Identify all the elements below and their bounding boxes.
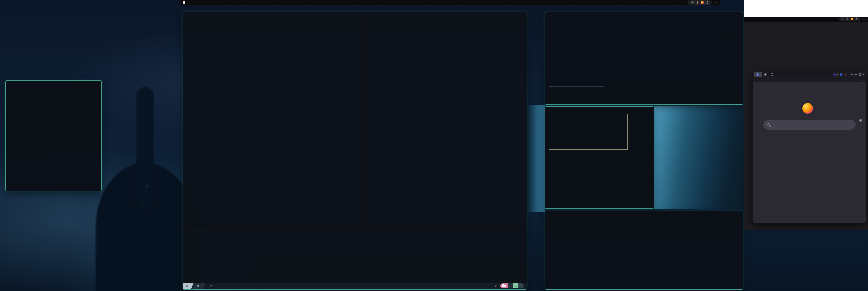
orange-ext-icon[interactable]: ◗ [837, 73, 839, 76]
minimize-button[interactable]: — [855, 73, 857, 76]
git-branch-icon: ⎇ [209, 284, 212, 288]
bar-clock [862, 19, 867, 20]
maximize-button[interactable]: □ [859, 73, 861, 76]
cava-visualizer [549, 16, 740, 85]
menu-icon[interactable]: ≡ [850, 73, 853, 76]
editor-pane-pkgs-default-nix[interactable] [183, 226, 527, 283]
wallpaper-star [147, 186, 147, 187]
close-button[interactable]: ✕ [862, 73, 865, 76]
second-monitor-margin [744, 0, 868, 17]
wallpaper-waterfall-strip [527, 105, 545, 212]
wallpaper-tree [136, 87, 154, 209]
music-progress [549, 86, 740, 87]
wallpaper-jungle-strip [654, 106, 744, 208]
terminal-fastfetch-right[interactable] [545, 211, 743, 290]
bluetooth-icon[interactable]: ᛒ [846, 18, 850, 21]
search-icon [767, 123, 770, 126]
scroll-percent [519, 284, 524, 288]
project-folder-icon [500, 284, 508, 288]
neovim-window[interactable]: ◆ ❆ ⎇ ⚙ ≡ [183, 11, 527, 290]
editor-pane-flake-nix[interactable] [183, 20, 362, 225]
terminal-cava[interactable] [545, 12, 743, 105]
new-tab-page: ⚙ [752, 103, 866, 223]
lines-icon: ≡ [513, 284, 519, 288]
firefox-tray-icon[interactable] [851, 18, 853, 20]
editor-pane-isoimage-nix[interactable] [363, 20, 527, 225]
address-bar[interactable] [769, 72, 832, 77]
firefox-toolbar: + ◆ ◗ ▣ ✦ ⌂ ≡ — □ ✕ [752, 70, 866, 78]
network-icon[interactable]: ✳ [840, 18, 844, 21]
phone-icon[interactable]: ▯ [705, 1, 709, 4]
statusline-filename: ❆ [192, 283, 206, 289]
firefox-secondary-toolbar: ⌄ [752, 78, 866, 82]
search-input[interactable] [763, 120, 856, 129]
fox-ext-icon[interactable]: ✦ [844, 73, 846, 76]
project-name [508, 284, 513, 288]
vim-icon: ◆ [186, 284, 188, 288]
network-icon[interactable]: ✳ [690, 1, 694, 4]
browser-tab[interactable] [754, 72, 763, 77]
search-icon [771, 73, 773, 76]
terminal-clock[interactable] [545, 106, 654, 208]
firefox-logo-icon [802, 103, 813, 114]
systray: ✳ ᛒ ▯ [839, 18, 860, 21]
phone-icon[interactable]: ▯ [855, 18, 859, 21]
launcher-grid-icon[interactable] [182, 1, 185, 4]
bar-clock [714, 2, 718, 3]
chevron-down-icon[interactable]: ⌄ [862, 79, 864, 81]
terminal-fastfetch-left[interactable] [5, 81, 101, 191]
main-top-bar: ✳ ᛒ ▯ [180, 0, 720, 5]
tab-favicon [756, 74, 758, 76]
statusline: ◆ ❆ ⎇ ⚙ ≡ [183, 283, 527, 289]
nix-icon: ❆ [197, 284, 199, 288]
firefox-tray-icon[interactable] [701, 1, 704, 4]
wallpaper-star [70, 35, 70, 35]
editor-tabline [183, 12, 527, 20]
home-icon[interactable]: ⌂ [848, 73, 849, 76]
firefox-window[interactable]: + ◆ ◗ ▣ ✦ ⌂ ≡ — □ ✕ ⌄ ⚙ [752, 70, 866, 223]
purple-ext-icon[interactable]: ◆ [834, 73, 836, 76]
bluetooth-icon[interactable]: ᛒ [696, 1, 700, 4]
git-branch: ⎇ [209, 284, 212, 288]
lsp-status: ⚙ [495, 284, 497, 288]
music-progress [549, 168, 650, 169]
second-monitor: + ◆ ◗ ▣ ✦ ⌂ ≡ — □ ✕ ⌄ ⚙ [744, 22, 868, 230]
gear-icon[interactable]: ⚙ [859, 118, 862, 122]
tty-clock-frame [549, 114, 627, 150]
systray: ✳ ᛒ ▯ [688, 0, 712, 5]
second-top-bar: ✳ ᛒ ▯ [744, 17, 868, 22]
new-tab-button[interactable]: + [764, 72, 767, 77]
gear-icon: ⚙ [495, 284, 497, 288]
blue-shield-ext-icon[interactable]: ▣ [840, 73, 843, 76]
